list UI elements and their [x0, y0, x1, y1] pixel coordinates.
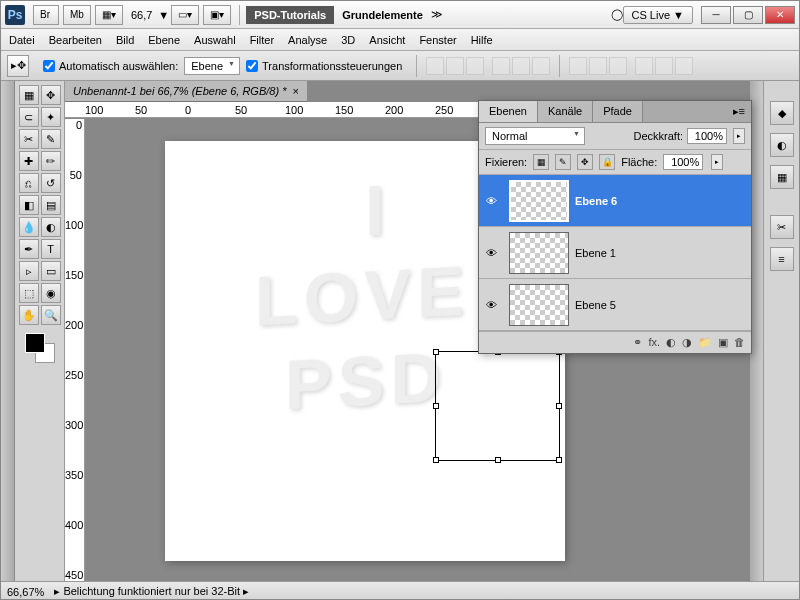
canvas-text-1: I	[365, 171, 390, 251]
menu-auswahl[interactable]: Auswahl	[194, 34, 236, 46]
menu-hilfe[interactable]: Hilfe	[471, 34, 493, 46]
transform-bounding-box[interactable]	[435, 351, 560, 461]
zoom-dropdown-icon[interactable]: ▼	[158, 9, 169, 21]
lasso-tool[interactable]: ⊂	[19, 107, 39, 127]
shape-tool[interactable]: ▭	[41, 261, 61, 281]
bridge-button[interactable]: Br	[33, 5, 59, 25]
menu-fenster[interactable]: Fenster	[419, 34, 456, 46]
menu-3d[interactable]: 3D	[341, 34, 355, 46]
eyedropper-tool[interactable]: ✎	[41, 129, 61, 149]
menu-analyse[interactable]: Analyse	[288, 34, 327, 46]
lock-transparency-icon[interactable]: ▦	[533, 154, 549, 170]
visibility-icon[interactable]: 👁	[479, 299, 503, 311]
screenmode-button[interactable]: ▣▾	[203, 5, 231, 25]
arrange-button[interactable]: ▭▾	[171, 5, 199, 25]
layer-thumbnail[interactable]	[509, 232, 569, 274]
document-tab[interactable]: Unbenannt-1 bei 66,7% (Ebene 6, RGB/8) *…	[65, 81, 307, 102]
trash-icon[interactable]: 🗑	[734, 336, 745, 349]
menu-ebene[interactable]: Ebene	[148, 34, 180, 46]
move-tool[interactable]: ✥	[41, 85, 61, 105]
eraser-tool[interactable]: ◧	[19, 195, 39, 215]
cslive-button[interactable]: CS Live ▼	[623, 6, 693, 24]
panel-menu-icon[interactable]: ▸≡	[727, 101, 751, 122]
path-tool[interactable]: ▹	[19, 261, 39, 281]
color-swatch[interactable]	[25, 333, 55, 363]
gradient-tool[interactable]: ▤	[41, 195, 61, 215]
close-icon[interactable]: ×	[292, 85, 298, 97]
maximize-button[interactable]: ▢	[733, 6, 763, 24]
tools-panel-icon[interactable]: ✂	[770, 215, 794, 239]
more-panel-icon[interactable]: ≡	[770, 247, 794, 271]
fill-arrow-icon[interactable]: ▸	[711, 154, 723, 170]
tab-kanaele[interactable]: Kanäle	[538, 101, 593, 122]
minibridge-button[interactable]: Mb	[63, 5, 91, 25]
stamp-tool[interactable]: ⎌	[19, 173, 39, 193]
link-icon[interactable]: ⚭	[633, 336, 642, 349]
lock-pixels-icon[interactable]: ✎	[555, 154, 571, 170]
layer-name[interactable]: Ebene 6	[575, 195, 617, 207]
mask-icon[interactable]: ◐	[666, 336, 676, 349]
menu-filter[interactable]: Filter	[250, 34, 274, 46]
camera-tool[interactable]: ◉	[41, 283, 61, 303]
3d-tool[interactable]: ⬚	[19, 283, 39, 303]
new-layer-icon[interactable]: ▣	[718, 336, 728, 349]
layer-name[interactable]: Ebene 5	[575, 299, 616, 311]
type-tool[interactable]: T	[41, 239, 61, 259]
autoselect-dropdown[interactable]: Ebene	[184, 57, 240, 75]
marquee-tool[interactable]: ▦	[19, 85, 39, 105]
chevron-icon[interactable]: ≫	[431, 8, 443, 21]
autoselect-label: Automatisch auswählen:	[59, 60, 178, 72]
layer-thumbnail[interactable]	[509, 180, 569, 222]
adjustments-panel-icon[interactable]: ◐	[770, 133, 794, 157]
crop-tool[interactable]: ✂	[19, 129, 39, 149]
ruler-vertical[interactable]: 050100150200250300350400450	[65, 119, 85, 581]
menu-datei[interactable]: Datei	[9, 34, 35, 46]
workspace-label[interactable]: PSD-Tutorials	[246, 6, 334, 24]
blend-mode-dropdown[interactable]: Normal	[485, 127, 585, 145]
layers-panel-icon[interactable]: ◆	[770, 101, 794, 125]
status-zoom[interactable]: 66,67%	[7, 586, 44, 598]
pen-tool[interactable]: ✒	[19, 239, 39, 259]
fill-label: Fläche:	[621, 156, 657, 168]
layer-name[interactable]: Ebene 1	[575, 247, 616, 259]
transform-checkbox[interactable]	[246, 60, 258, 72]
minimize-button[interactable]: ─	[701, 6, 731, 24]
tab-pfade[interactable]: Pfade	[593, 101, 643, 122]
layer-thumbnail[interactable]	[509, 284, 569, 326]
zoom-level[interactable]: 66,7	[131, 9, 152, 21]
wand-tool[interactable]: ✦	[41, 107, 61, 127]
workspace-sub[interactable]: Grundelemente	[342, 9, 423, 21]
autoselect-checkbox[interactable]	[43, 60, 55, 72]
menu-bearbeiten[interactable]: Bearbeiten	[49, 34, 102, 46]
lock-position-icon[interactable]: ✥	[577, 154, 593, 170]
blur-tool[interactable]: 💧	[19, 217, 39, 237]
layer-row[interactable]: 👁 Ebene 5	[479, 279, 751, 331]
fill-input[interactable]: 100%	[663, 154, 703, 170]
menu-ansicht[interactable]: Ansicht	[369, 34, 405, 46]
menu-bild[interactable]: Bild	[116, 34, 134, 46]
lock-all-icon[interactable]: 🔒	[599, 154, 615, 170]
fx-icon[interactable]: fx.	[648, 336, 660, 349]
tab-ebenen[interactable]: Ebenen	[479, 101, 538, 122]
heal-tool[interactable]: ✚	[19, 151, 39, 171]
layer-row[interactable]: 👁 Ebene 6	[479, 175, 751, 227]
viewmode-button[interactable]: ▦▾	[95, 5, 123, 25]
left-dock-edge[interactable]	[1, 81, 15, 581]
group-icon[interactable]: 📁	[698, 336, 712, 349]
styles-panel-icon[interactable]: ▦	[770, 165, 794, 189]
move-tool-icon[interactable]: ▸✥	[7, 55, 29, 77]
history-tool[interactable]: ↺	[41, 173, 61, 193]
opacity-arrow-icon[interactable]: ▸	[733, 128, 745, 144]
photoshop-icon[interactable]: Ps	[5, 5, 25, 25]
dodge-tool[interactable]: ◐	[41, 217, 61, 237]
close-button[interactable]: ✕	[765, 6, 795, 24]
opacity-input[interactable]: 100%	[687, 128, 727, 144]
brush-tool[interactable]: ✏	[41, 151, 61, 171]
hand-tool[interactable]: ✋	[19, 305, 39, 325]
visibility-icon[interactable]: 👁	[479, 247, 503, 259]
zoom-tool[interactable]: 🔍	[41, 305, 61, 325]
layer-row[interactable]: 👁 Ebene 1	[479, 227, 751, 279]
adjustment-icon[interactable]: ◑	[682, 336, 692, 349]
align-icon[interactable]	[426, 57, 444, 75]
visibility-icon[interactable]: 👁	[479, 195, 503, 207]
